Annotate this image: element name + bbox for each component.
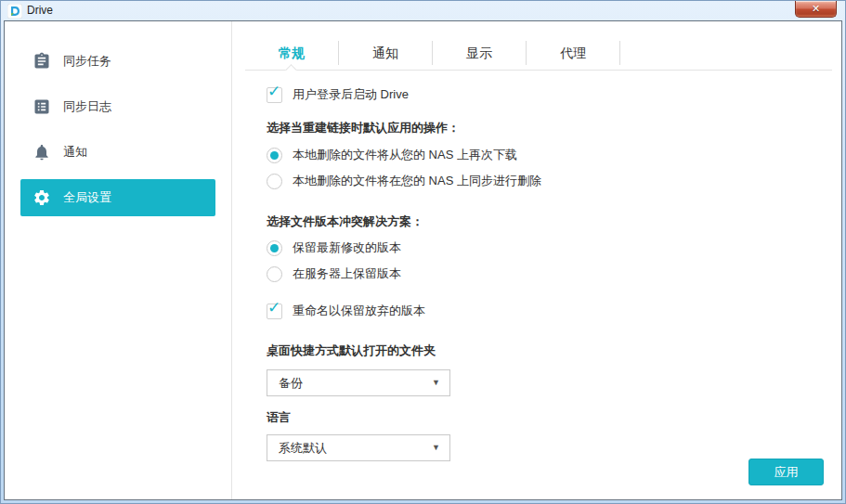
conflict-option-row: 在服务器上保留版本 (267, 265, 401, 282)
default-folder-value: 备份 (279, 375, 432, 392)
conflict-keep-latest-label: 保留最新修改的版本 (293, 239, 401, 256)
title-bar: Drive ✕ (1, 1, 845, 20)
relink-syncdelete-label: 本地删除的文件将在您的 NAS 上同步进行删除 (293, 173, 541, 189)
sidebar-item-label: 同步任务 (63, 53, 111, 70)
default-folder-label: 桌面快捷方式默认打开的文件夹 (267, 342, 436, 359)
settings-pane: 常规 通知 显示 代理 ✓ 用户登录后启动 Drive 选择当重建链接时默认应用… (232, 21, 841, 499)
gear-icon (33, 188, 51, 207)
autostart-checkbox[interactable]: ✓ (267, 87, 282, 103)
sidebar-item-label: 全局设置 (63, 189, 111, 206)
close-button[interactable]: ✕ (795, 1, 837, 18)
default-folder-dropdown[interactable]: 备份 ▼ (267, 369, 450, 396)
rename-keep-checkbox[interactable]: ✓ (267, 304, 282, 319)
conflict-section-title: 选择文件版本冲突解决方案： (267, 213, 423, 230)
language-label: 语言 (267, 409, 291, 426)
radio-dot-icon (270, 151, 279, 160)
sidebar: 同步任务 同步日志 通知 全局设置 (5, 21, 232, 499)
relink-redownload-radio[interactable] (267, 148, 282, 163)
tab-notification[interactable]: 通知 (339, 36, 432, 70)
check-icon: ✓ (267, 84, 280, 99)
sidebar-item-sync-tasks[interactable]: 同步任务 (20, 43, 215, 80)
tab-display[interactable]: 显示 (433, 36, 526, 70)
relink-option-row: 本地删除的文件将在您的 NAS 上同步进行删除 (267, 173, 541, 189)
rename-keep-row: ✓ 重命名以保留放弃的版本 (267, 303, 425, 319)
relink-section-title: 选择当重建链接时默认应用的操作： (267, 120, 460, 136)
relink-syncdelete-radio[interactable] (267, 174, 282, 189)
tab-underline (245, 70, 832, 71)
conflict-keep-server-radio[interactable] (267, 266, 282, 282)
relink-redownload-label: 本地删除的文件将从您的 NAS 上再次下载 (293, 147, 517, 163)
client-area: 同步任务 同步日志 通知 全局设置 (4, 20, 842, 500)
tab-separator (619, 41, 620, 65)
autostart-row: ✓ 用户登录后启动 Drive (267, 86, 409, 103)
clipboard-icon (33, 52, 51, 71)
conflict-option-row: 保留最新修改的版本 (267, 239, 401, 256)
autostart-label: 用户登录后启动 Drive (293, 86, 409, 103)
drive-logo-icon (7, 4, 22, 19)
log-icon (33, 97, 51, 116)
bell-icon (33, 143, 51, 162)
check-icon: ✓ (267, 300, 280, 316)
conflict-keep-server-label: 在服务器上保留版本 (293, 265, 401, 282)
rename-keep-label: 重命名以保留放弃的版本 (293, 303, 425, 319)
close-icon: ✕ (812, 4, 820, 14)
conflict-keep-latest-radio[interactable] (267, 240, 282, 256)
sidebar-item-label: 同步日志 (63, 98, 111, 115)
sidebar-item-label: 通知 (63, 144, 87, 161)
apply-button[interactable]: 应用 (748, 459, 824, 485)
tab-bar: 常规 通知 显示 代理 (245, 36, 620, 70)
language-dropdown[interactable]: 系统默认 ▼ (267, 434, 450, 461)
window-title: Drive (27, 1, 53, 20)
language-value: 系统默认 (279, 440, 432, 457)
relink-option-row: 本地删除的文件将从您的 NAS 上再次下载 (267, 147, 517, 163)
sidebar-item-notifications[interactable]: 通知 (20, 134, 215, 171)
sidebar-item-global-settings[interactable]: 全局设置 (20, 179, 215, 216)
chevron-down-icon: ▼ (432, 444, 440, 452)
sidebar-item-sync-log[interactable]: 同步日志 (20, 88, 215, 125)
chevron-down-icon: ▼ (432, 379, 440, 387)
radio-dot-icon (270, 244, 279, 252)
drive-settings-window: Drive ✕ 同步任务 同步日志 通知 (0, 0, 846, 504)
tab-proxy[interactable]: 代理 (527, 36, 619, 70)
